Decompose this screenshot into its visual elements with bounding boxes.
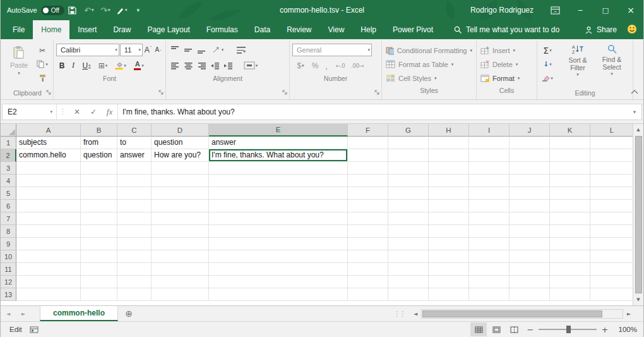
- cell-G10[interactable]: [388, 250, 429, 263]
- conditional-formatting-button[interactable]: Conditional Formatting▾: [385, 44, 474, 57]
- cell-D13[interactable]: [152, 288, 209, 301]
- tell-me-box[interactable]: Tell me what you want to do: [454, 20, 559, 39]
- tab-splitter-handle[interactable]: ⋮⋮: [388, 310, 410, 318]
- cell-F7[interactable]: [348, 212, 388, 225]
- cell-L5[interactable]: [590, 187, 633, 200]
- tab-review[interactable]: Review: [278, 20, 319, 39]
- cancel-button[interactable]: ✕: [69, 104, 85, 119]
- cell-F10[interactable]: [348, 250, 388, 263]
- cell-L7[interactable]: [590, 212, 633, 225]
- cell-D12[interactable]: [152, 276, 209, 288]
- cell-L6[interactable]: [590, 200, 633, 212]
- cell-F3[interactable]: [348, 162, 388, 175]
- customize-quick-access-button[interactable]: ▾: [130, 0, 146, 20]
- clipboard-dialog-launcher-icon[interactable]: [46, 88, 51, 97]
- cell-E8[interactable]: [209, 225, 348, 238]
- cell-E10[interactable]: [209, 250, 348, 263]
- row-header-5[interactable]: 5: [1, 187, 16, 200]
- accounting-format-button[interactable]: $▾: [292, 59, 309, 72]
- bottom-align-button[interactable]: [195, 43, 208, 56]
- cell-E11[interactable]: [209, 263, 348, 276]
- cell-H2[interactable]: [429, 149, 469, 162]
- row-header-3[interactable]: 3: [1, 162, 16, 175]
- cell-D8[interactable]: [152, 225, 209, 238]
- cell-K5[interactable]: [550, 187, 590, 200]
- tab-power-pivot[interactable]: Power Pivot: [385, 20, 441, 39]
- collapse-ribbon-button[interactable]: [631, 87, 638, 96]
- underline-button[interactable]: U▾: [79, 59, 94, 72]
- row-header-1[interactable]: 1: [1, 137, 16, 149]
- cell-I9[interactable]: [469, 238, 510, 250]
- insert-function-button[interactable]: fx: [102, 104, 118, 119]
- cell-B3[interactable]: [81, 162, 117, 175]
- scroll-up-icon[interactable]: ▲: [636, 124, 640, 135]
- decrease-font-size-button[interactable]: Aˇ: [153, 43, 163, 56]
- cell-E7[interactable]: [209, 212, 348, 225]
- cell-I2[interactable]: [469, 149, 510, 162]
- font-name-combo[interactable]: Calibri▾: [56, 44, 119, 56]
- cell-A1[interactable]: subjects: [16, 137, 81, 149]
- cell-C6[interactable]: [117, 200, 152, 212]
- cell-C4[interactable]: [117, 175, 152, 187]
- cell-H10[interactable]: [429, 250, 469, 263]
- cell-I8[interactable]: [469, 225, 510, 238]
- cell-B8[interactable]: [81, 225, 117, 238]
- cell-D10[interactable]: [152, 250, 209, 263]
- zoom-percentage[interactable]: 100%: [613, 326, 637, 333]
- user-name[interactable]: Rodrigo Rodriguez: [470, 6, 534, 15]
- row-header-7[interactable]: 7: [1, 212, 16, 225]
- align-center-button[interactable]: [182, 59, 194, 72]
- number-format-combo[interactable]: General▾: [292, 44, 372, 56]
- autosave-toggle[interactable]: AutoSave Off: [7, 6, 64, 15]
- cell-J7[interactable]: [510, 212, 550, 225]
- format-painter-button[interactable]: [35, 71, 50, 85]
- fill-color-button[interactable]: ▾: [112, 59, 129, 72]
- undo-button[interactable]: ↶▾: [81, 0, 97, 20]
- cell-L3[interactable]: [590, 162, 633, 175]
- cell-A3[interactable]: [16, 162, 81, 175]
- cell-L13[interactable]: [590, 288, 633, 301]
- cell-K10[interactable]: [550, 250, 590, 263]
- clear-button[interactable]: ▾: [540, 71, 555, 85]
- cell-A12[interactable]: [16, 276, 81, 288]
- cell-E9[interactable]: [209, 238, 348, 250]
- minimize-button[interactable]: ─: [568, 0, 593, 20]
- cell-D1[interactable]: question: [152, 137, 209, 149]
- row-header-8[interactable]: 8: [1, 225, 16, 238]
- cell-K4[interactable]: [550, 175, 590, 187]
- cell-K7[interactable]: [550, 212, 590, 225]
- zoom-thumb[interactable]: [566, 326, 571, 333]
- tab-formulas[interactable]: Formulas: [198, 20, 246, 39]
- cell-G13[interactable]: [388, 288, 429, 301]
- cell-G7[interactable]: [388, 212, 429, 225]
- merge-center-button[interactable]: ▾: [240, 59, 261, 72]
- cell-H12[interactable]: [429, 276, 469, 288]
- cell-D11[interactable]: [152, 263, 209, 276]
- alignment-dialog-launcher-icon[interactable]: [282, 88, 287, 97]
- cell-I3[interactable]: [469, 162, 510, 175]
- zoom-out-button[interactable]: −: [523, 325, 537, 334]
- cell-F8[interactable]: [348, 225, 388, 238]
- cell-K6[interactable]: [550, 200, 590, 212]
- paste-button[interactable]: Paste ▾: [4, 42, 33, 76]
- cell-styles-button[interactable]: Cell Styles▾: [385, 71, 474, 85]
- tab-help[interactable]: Help: [352, 20, 385, 39]
- cell-G1[interactable]: [388, 137, 429, 149]
- redo-button[interactable]: ↷▾: [97, 0, 114, 20]
- cell-D6[interactable]: [152, 200, 209, 212]
- formula-input[interactable]: I'm fine, thanks. What about you?: [118, 107, 628, 116]
- cell-K12[interactable]: [550, 276, 590, 288]
- cell-F13[interactable]: [348, 288, 388, 301]
- cell-H13[interactable]: [429, 288, 469, 301]
- zoom-in-button[interactable]: +: [598, 325, 612, 334]
- cell-I1[interactable]: [469, 137, 510, 149]
- row-header-11[interactable]: 11: [1, 263, 16, 276]
- cell-I5[interactable]: [469, 187, 510, 200]
- cell-A8[interactable]: [16, 225, 81, 238]
- cell-C7[interactable]: [117, 212, 152, 225]
- align-right-button[interactable]: [195, 59, 208, 72]
- share-button[interactable]: Share: [585, 25, 617, 34]
- cell-G6[interactable]: [388, 200, 429, 212]
- cell-G8[interactable]: [388, 225, 429, 238]
- row-header-13[interactable]: 13: [1, 288, 16, 301]
